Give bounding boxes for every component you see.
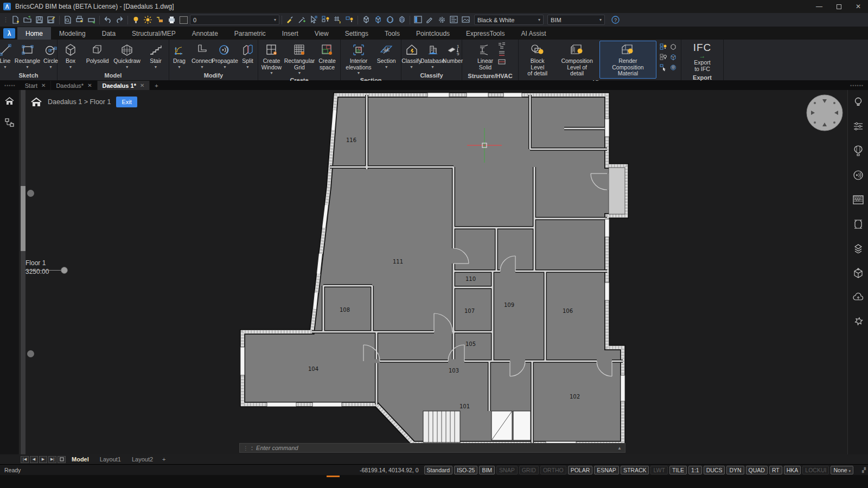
wireframe-cube-icon[interactable] [360,15,372,25]
layer-select[interactable]: 0 ▾ [190,15,279,25]
properties-panel-icon[interactable] [412,15,424,25]
toggle-iso25[interactable]: ISO-25 [454,466,477,474]
close-icon[interactable]: ✕ [87,82,92,88]
tabbar-overflow-dots[interactable]: •••••• [846,81,868,90]
toggle-lwt[interactable]: LWT [650,466,667,474]
compositions-panel-button[interactable] [852,193,865,206]
last-layout-button[interactable]: ▶| [48,456,56,463]
home-view-button[interactable] [3,94,16,107]
floor-level-grip[interactable] [61,267,68,274]
cube-edges-mini-icon[interactable] [669,53,678,62]
tab-parametric[interactable]: Parametric [226,27,274,40]
exit-button[interactable]: Exit [116,97,137,107]
color-swatch[interactable] [180,16,188,24]
brush-icon[interactable] [284,15,296,25]
home-icon[interactable] [30,97,42,107]
classify-button[interactable]: Classify▼ [401,41,422,70]
section-button[interactable]: Section▼ [374,41,399,70]
toggle-hka[interactable]: HKA [784,466,801,474]
section-grip-top[interactable] [27,190,34,197]
select-faces-mini-icon[interactable] [660,63,668,72]
resize-grip-icon[interactable]: ▞ [862,467,868,473]
toggle-dyn[interactable]: DYN [726,466,744,474]
toolbar-grip[interactable]: ⋮ [1,16,9,23]
bricscad-logo-icon[interactable]: λ [3,28,15,38]
command-input[interactable]: Enter command [256,445,298,451]
open-file-icon[interactable] [22,15,33,25]
lights-on-mini-icon[interactable] [660,42,668,52]
beam-grid-mini-icon[interactable] [498,42,506,49]
save-as-icon[interactable] [46,15,57,25]
visual-style-select[interactable]: Black & White ▾ [474,15,544,25]
tab-home[interactable]: Home [17,27,51,40]
create-space-button[interactable]: Create space [316,41,339,72]
line-button[interactable]: Line▼ [0,41,14,70]
profiles-panel-button[interactable] [852,217,865,230]
sun-brightness-icon[interactable] [142,15,154,25]
display-lights-icon[interactable] [320,15,331,25]
toggle-lockui[interactable]: LOCKUI [802,466,829,474]
toggle-ducs[interactable]: DUCS [704,466,725,474]
prev-layout-button[interactable]: ◀ [30,456,38,463]
print-icon[interactable] [166,15,177,25]
toggle-ortho[interactable]: ORTHO [540,466,566,474]
minimize-button[interactable]: — [809,0,829,13]
layers-panel-button[interactable] [852,242,865,255]
lamp-icon[interactable] [154,15,165,25]
layout-tab-model[interactable]: Model [67,456,94,463]
tab-tools[interactable]: Tools [376,27,408,40]
next-layout-button[interactable]: ▶ [39,456,47,463]
drag-button[interactable]: Drag▼ [168,41,191,70]
annotation-scale-select[interactable]: None▾ [831,466,853,474]
components-panel-button[interactable] [852,266,865,279]
rectangle-button[interactable]: Rectangle▼ [14,41,41,70]
linear-solid-button[interactable]: Linear Solid [474,41,497,72]
save-icon[interactable] [34,15,45,25]
shaded-cube-icon[interactable] [396,15,407,25]
polysolid-button[interactable]: Polysolid [85,41,110,66]
vertical-scrollbar-thumb[interactable] [21,186,25,251]
tab-view[interactable]: View [307,27,337,40]
render-composition-material-button[interactable]: Render Composition Material [599,41,656,79]
toggle-bim[interactable]: BIM [479,466,495,474]
tab-insert[interactable]: Insert [274,27,307,40]
toggle-rt[interactable]: RT [769,466,782,474]
undo-icon[interactable] [102,15,113,25]
flythrough-button[interactable] [852,144,865,157]
toggle-scale[interactable]: 1:1 [688,466,702,474]
toggle-polar[interactable]: POLAR [568,466,593,474]
propagate-button[interactable]: Propagate▼ [214,41,237,70]
layout-list-button[interactable] [58,456,66,463]
tab-expresstools[interactable]: ExpressTools [458,27,513,40]
toggle-standard[interactable]: Standard [424,466,453,474]
command-expand-icon[interactable]: ▲ [617,446,622,451]
tab-data[interactable]: Data [94,27,124,40]
toggle-snap[interactable]: SNAP [496,466,518,474]
help-icon[interactable]: ? [610,15,621,25]
tab-pointclouds[interactable]: Pointclouds [408,27,458,40]
add-layout-button[interactable]: + [159,456,169,463]
doc-tab-daedalus-1[interactable]: Daedalus 1*✕ [98,81,150,90]
select-similar-icon[interactable] [308,15,320,25]
rectangular-grid-button[interactable]: Rectangular Grid▼ [283,41,316,76]
close-icon[interactable]: ✕ [41,82,46,88]
beam-flip-mini-icon[interactable] [498,50,506,57]
section-grip-bottom[interactable] [27,350,34,357]
adjust-sliders-button[interactable] [852,120,865,133]
render-sphere-mini-icon[interactable] [669,63,678,72]
bookmarks-panel-button[interactable] [852,315,865,328]
annotate-panel-icon[interactable] [424,15,436,25]
close-button[interactable]: ✕ [848,0,868,13]
connect-button[interactable]: Connect▼ [191,41,214,70]
toggle-grid[interactable]: GRID [519,466,539,474]
command-bar[interactable]: ⋮ : Enter command ▲ [239,443,626,453]
media-panel-icon[interactable] [460,15,471,25]
toggle-strack[interactable]: STRACK [621,466,649,474]
settings-gear-icon[interactable] [436,15,448,25]
interior-elevations-button[interactable]: Interior elevations▼ [343,41,374,76]
cube-mini-icon[interactable] [669,42,678,52]
drawing-canvas[interactable]: 116 111 110 108 107 109 106 105 104 103 … [0,90,868,454]
match-properties-icon[interactable] [296,15,308,25]
first-layout-button[interactable]: |◀ [21,456,29,463]
plot-icon[interactable] [74,15,85,25]
